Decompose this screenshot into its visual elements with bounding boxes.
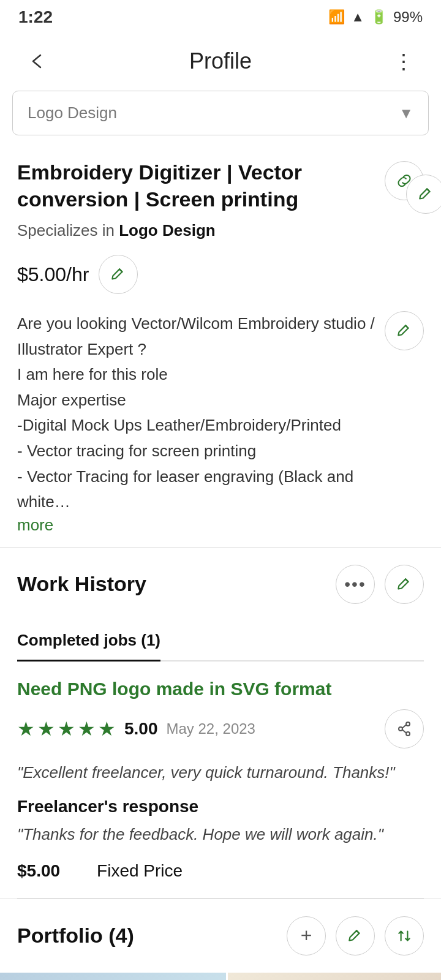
job-rating-row: ★ ★ ★ ★ ★ 5.00 May 22, 2023 (17, 709, 424, 748)
portfolio-thumb-2[interactable]: LIFE CHRISTIAN (228, 973, 442, 980)
review-text: "Excellent freelancer, very quick turnar… (17, 761, 424, 785)
wifi-icon: 📶 (328, 9, 345, 25)
dots-icon: ••• (344, 575, 366, 594)
pencil-rate-icon (110, 266, 127, 283)
sort-portfolio-button[interactable] (385, 916, 424, 956)
bio-text: Are you looking Vector/Wilcom Embroidery… (17, 311, 377, 515)
portfolio-title: Portfolio (4) (17, 924, 277, 948)
job-date: May 22, 2023 (167, 720, 255, 737)
bio-content: Are you looking Vector/Wilcom Embroidery… (17, 311, 385, 535)
portfolio-thumb-1[interactable] (0, 973, 226, 980)
rate-row: $5.00/hr (17, 255, 424, 294)
freelancer-response-label: Freelancer's response (17, 797, 424, 816)
profile-title: Embroidery Digitizer | Vector conversion… (17, 159, 379, 213)
portfolio-header: Portfolio (4) + (17, 916, 424, 956)
rating-number: 5.00 (124, 719, 158, 739)
battery-icon: 🔋 (371, 9, 387, 25)
bio-more-link[interactable]: more (17, 516, 53, 534)
tab-completed-jobs[interactable]: Completed jobs (1) (17, 621, 160, 662)
profile-title-icons (385, 161, 424, 214)
work-history-more-button[interactable]: ••• (336, 565, 375, 604)
portfolio-images-row: LIFE CHRISTIAN (0, 973, 441, 980)
specialty-dropdown[interactable]: Logo Design ▼ (12, 91, 429, 135)
chevron-down-icon: ▼ (399, 105, 413, 122)
star-5: ★ (98, 717, 116, 741)
bio-section: Are you looking Vector/Wilcom Embroidery… (17, 311, 424, 535)
svg-line-4 (402, 729, 406, 733)
job-title[interactable]: Need PNG logo made in SVG format (17, 679, 424, 699)
rate-display: $5.00/hr (17, 263, 89, 286)
job-price-row: $5.00 Fixed Price (17, 861, 424, 881)
edit-bio-button[interactable] (385, 311, 424, 350)
star-rating: ★ ★ ★ ★ ★ (17, 717, 116, 741)
profile-title-area: Embroidery Digitizer | Vector conversion… (17, 159, 385, 213)
work-history-header: Work History ••• (17, 565, 424, 604)
portfolio-section: Portfolio (4) + (0, 899, 441, 980)
plus-icon: + (301, 924, 312, 947)
battery-level: 99% (393, 9, 423, 26)
status-icons: 📶 ▲ 🔋 99% (328, 9, 423, 26)
tabs-row: Completed jobs (1) (17, 621, 424, 662)
job-price-type: Fixed Price (97, 861, 183, 881)
job-price: $5.00 (17, 861, 60, 881)
add-portfolio-button[interactable]: + (287, 916, 326, 956)
profile-section: Embroidery Digitizer | Vector conversion… (0, 141, 441, 548)
star-4: ★ (78, 717, 96, 741)
pencil-work-icon (396, 576, 413, 593)
signal-icon: ▲ (351, 9, 364, 25)
more-icon: ⋮ (393, 51, 415, 72)
edit-portfolio-button[interactable] (336, 916, 375, 956)
page-title: Profile (189, 48, 252, 74)
job-entry: Need PNG logo made in SVG format ★ ★ ★ ★… (17, 662, 424, 899)
back-button[interactable] (18, 43, 55, 80)
freelancer-response-text: "Thanks for the feedback. Hope we will w… (17, 823, 424, 846)
profile-title-row: Embroidery Digitizer | Vector conversion… (17, 159, 424, 214)
pencil-portfolio-icon (347, 927, 364, 944)
svg-point-1 (406, 732, 410, 736)
status-time: 1:22 (18, 7, 53, 27)
dropdown-label: Logo Design (28, 104, 117, 123)
header: Profile ⋮ (0, 32, 441, 91)
pencil-bio-icon (396, 322, 413, 339)
status-bar: 1:22 📶 ▲ 🔋 99% (0, 0, 441, 32)
pencil-icon (417, 186, 434, 203)
specializes-text: Specializes in Logo Design (17, 221, 424, 240)
star-1: ★ (17, 717, 35, 741)
svg-point-0 (406, 722, 410, 726)
sort-icon (396, 927, 413, 944)
more-options-button[interactable]: ⋮ (386, 43, 423, 80)
svg-point-2 (399, 727, 402, 731)
work-history-title: Work History (17, 572, 326, 596)
star-3: ★ (58, 717, 75, 741)
edit-rate-button[interactable] (99, 255, 138, 294)
work-history-edit-button[interactable] (385, 565, 424, 604)
edit-title-button[interactable] (406, 175, 441, 214)
star-2: ★ (37, 717, 55, 741)
share-button[interactable] (385, 709, 424, 748)
share-icon (396, 720, 413, 737)
svg-line-3 (402, 725, 406, 728)
work-history-section: Work History ••• Completed jobs (1) Need… (0, 548, 441, 899)
